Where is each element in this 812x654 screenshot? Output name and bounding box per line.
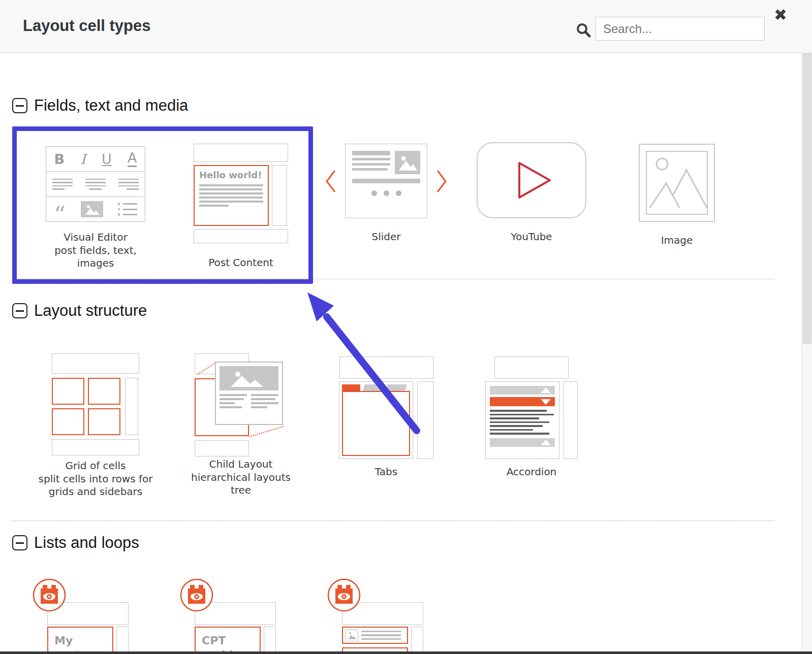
cell-label: Accordion bbox=[507, 466, 557, 479]
close-icon[interactable]: ✖ bbox=[774, 7, 787, 23]
image-thumbnail-icon bbox=[81, 201, 103, 217]
views-logo-icon bbox=[32, 578, 67, 612]
preview-title: My custom type bbox=[54, 634, 106, 654]
underline-icon: U bbox=[102, 151, 112, 167]
loop-list-item bbox=[342, 627, 408, 644]
modal-header: Layout cell types ✖ bbox=[0, 0, 812, 53]
layout-footer-box bbox=[194, 229, 288, 243]
section-lists-and-loops: Lists and loops bbox=[12, 534, 139, 552]
cell-label: Tabs bbox=[375, 466, 397, 479]
layout-sidebar-box bbox=[564, 381, 578, 459]
italic-icon: I bbox=[80, 151, 86, 167]
views-logo-icon bbox=[179, 578, 214, 612]
align-right-icon bbox=[118, 179, 139, 190]
scrollbar-thumb[interactable] bbox=[803, 53, 811, 344]
carousel-dots-icon bbox=[352, 190, 420, 196]
section-divider bbox=[12, 279, 774, 279]
loop-preview: My custom type bbox=[47, 627, 113, 654]
collapse-icon[interactable] bbox=[12, 98, 27, 113]
cell-type-accordion[interactable]: Accordion bbox=[459, 348, 604, 479]
expanded-panel-icon bbox=[490, 397, 555, 406]
search-input[interactable] bbox=[596, 17, 765, 41]
cell-type-child-layout[interactable]: Child Layout hierarchical layouts tree bbox=[168, 348, 314, 497]
preview-title: CPT archive bbox=[202, 634, 254, 654]
align-left-icon bbox=[52, 179, 73, 190]
bullet-list-icon bbox=[118, 203, 138, 216]
cell-type-slider[interactable]: Slider bbox=[314, 127, 459, 244]
collapse-icon[interactable] bbox=[12, 303, 27, 318]
layout-footer-box bbox=[52, 439, 139, 455]
search-icon bbox=[576, 22, 591, 38]
layout-cell-types-modal: Layout cell types ✖ Fields, text and med… bbox=[0, 0, 812, 654]
cell-label: Slider bbox=[371, 231, 400, 244]
bold-icon: B bbox=[54, 151, 65, 167]
cell-label: Child Layout bbox=[209, 458, 273, 471]
cell-label: Grid of cells bbox=[66, 460, 126, 473]
layout-header-box bbox=[52, 353, 139, 374]
image-thumbnail-icon bbox=[346, 630, 358, 641]
post-content-icon: Hello world! bbox=[194, 144, 288, 243]
section-title: Fields, text and media bbox=[34, 96, 188, 115]
tabs-icon bbox=[339, 381, 433, 459]
layout-sidebar-box bbox=[125, 378, 138, 435]
section-fields-text-media: Fields, text and media bbox=[12, 96, 188, 115]
section-title: Layout structure bbox=[34, 302, 147, 320]
chevron-right-icon bbox=[435, 169, 448, 194]
slider-icon bbox=[324, 144, 448, 218]
image-thumbnail-icon bbox=[220, 366, 278, 390]
active-tab-icon bbox=[342, 384, 360, 391]
cell-type-grid-of-cells[interactable]: Grid of cells split cells into rows for … bbox=[23, 348, 168, 499]
image-icon bbox=[639, 144, 715, 222]
loop-preview: CPT archive bbox=[195, 627, 261, 654]
cell-label: Image bbox=[661, 234, 693, 247]
cell-type-tabs[interactable]: Tabs bbox=[314, 348, 459, 479]
section-title: Lists and loops bbox=[34, 534, 139, 552]
cell-type-youtube[interactable]: YouTube bbox=[459, 127, 604, 244]
layout-footer-box bbox=[195, 440, 249, 456]
modal-title: Layout cell types bbox=[23, 17, 151, 35]
layout-header-box bbox=[339, 356, 433, 379]
cell-type-post-content[interactable]: Hello world! Post Content bbox=[168, 127, 314, 270]
cell-sublabel: hierarchical layouts tree bbox=[189, 471, 293, 497]
cell-label: Post Content bbox=[208, 256, 273, 270]
tab-content-box bbox=[342, 391, 410, 456]
collapsed-panel-icon bbox=[490, 438, 555, 447]
cell-sublabel: split cells into rows for grids and side… bbox=[34, 473, 158, 499]
blockquote-icon: “ bbox=[54, 213, 66, 217]
scrollbar-track[interactable] bbox=[801, 53, 812, 654]
views-logo-icon bbox=[327, 578, 361, 612]
cell-type-visual-editor[interactable]: B I U A “ Visual bbox=[23, 127, 168, 270]
child-layout-card bbox=[215, 362, 283, 425]
post-content-preview: Hello world! bbox=[194, 165, 269, 226]
grid-of-cells-icon bbox=[52, 353, 139, 455]
youtube-icon bbox=[477, 142, 586, 218]
cell-sublabel: post fields, text, images bbox=[52, 244, 139, 270]
child-layout-icon bbox=[168, 348, 314, 458]
layout-header-box bbox=[194, 144, 288, 162]
cell-label: Visual Editor bbox=[64, 231, 127, 244]
inactive-tab-icon bbox=[363, 384, 384, 391]
layout-sidebar-box bbox=[272, 165, 287, 226]
collapse-icon[interactable] bbox=[12, 535, 27, 550]
accordion-icon bbox=[485, 381, 578, 459]
layout-sidebar-box bbox=[116, 627, 129, 654]
section-layout-structure: Layout structure bbox=[12, 302, 147, 320]
image-thumbnail-icon bbox=[395, 151, 420, 174]
collapsed-panel-icon bbox=[490, 386, 555, 395]
preview-title: Hello world! bbox=[199, 170, 263, 180]
play-icon bbox=[517, 161, 553, 200]
layout-sidebar-box bbox=[411, 627, 423, 654]
layout-sidebar-box bbox=[417, 381, 433, 459]
visual-editor-icon: B I U A “ bbox=[46, 146, 145, 222]
layout-header-box bbox=[494, 356, 569, 379]
inactive-tab-icon bbox=[386, 384, 407, 391]
cell-label: YouTube bbox=[511, 231, 552, 244]
chevron-left-icon bbox=[324, 169, 337, 194]
section-divider bbox=[12, 520, 774, 521]
cell-type-image[interactable]: Image bbox=[604, 127, 749, 247]
viewport-bottom-edge bbox=[0, 651, 812, 654]
align-center-icon bbox=[85, 179, 106, 190]
layout-sidebar-box bbox=[264, 627, 276, 654]
text-color-icon: A bbox=[128, 151, 137, 167]
